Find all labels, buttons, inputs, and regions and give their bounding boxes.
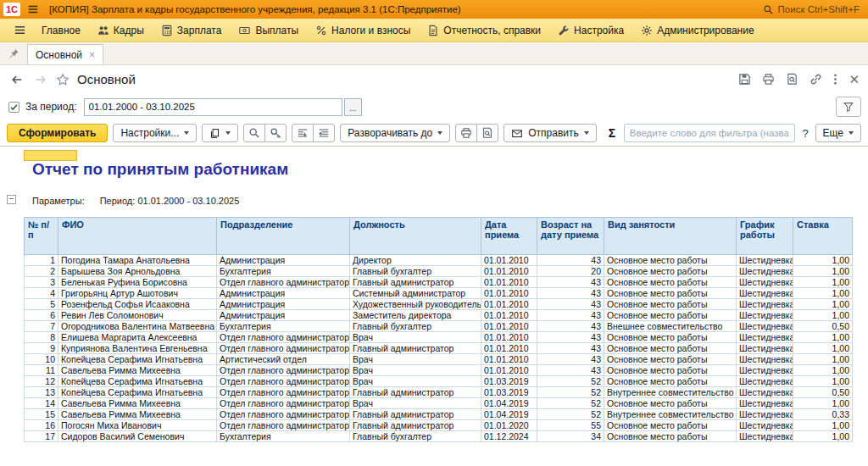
table-cell[interactable]: Отдел главного администратора — [217, 409, 350, 420]
table-cell[interactable]: 01.03.2019 — [481, 376, 537, 387]
table-cell[interactable]: Основное место работы — [604, 365, 737, 376]
table-cell[interactable]: 55 — [537, 420, 604, 431]
table-cell[interactable]: 43 — [537, 365, 604, 376]
sections-menu-icon[interactable] — [7, 24, 33, 36]
table-cell[interactable]: Внутреннее совместительство — [604, 409, 737, 420]
table-row[interactable]: 7Огородникова Валентина МатвеевнаБухгалт… — [25, 321, 853, 332]
table-row[interactable]: 16Погосян Миха ИвановичОтдел главного ад… — [25, 420, 853, 431]
table-cell[interactable]: 43 — [537, 354, 604, 365]
tab-close-icon[interactable]: × — [89, 50, 95, 60]
column-header[interactable]: Ставка — [793, 218, 853, 255]
table-cell[interactable]: 12 — [25, 376, 58, 387]
table-cell[interactable]: 01.01.2010 — [481, 343, 537, 354]
table-cell[interactable]: Артистический отдел — [217, 354, 350, 365]
table-cell[interactable]: 6 — [25, 310, 58, 321]
table-cell[interactable]: Отдел главного администратора — [217, 398, 350, 409]
table-cell[interactable]: Шестидневка — [737, 321, 793, 332]
table-cell[interactable]: 01.01.2010 — [481, 310, 537, 321]
find-button[interactable] — [243, 124, 265, 142]
table-cell[interactable]: Шестидневка — [737, 365, 793, 376]
table-cell[interactable]: Бухгалтерия — [217, 431, 350, 442]
table-cell[interactable]: 01.01.2010 — [481, 332, 537, 343]
table-cell[interactable]: Шестидневка — [737, 277, 793, 288]
table-row[interactable]: 11Савельева Римма МихеевнаОтдел главного… — [25, 365, 853, 376]
tab-osnovnoy[interactable]: Основной × — [27, 44, 103, 64]
table-cell[interactable]: Савельева Римма Михеевна — [58, 365, 217, 376]
find-next-button[interactable] — [264, 124, 287, 142]
period-input[interactable] — [84, 98, 342, 116]
table-cell[interactable]: Главный администратор — [350, 343, 481, 354]
table-cell[interactable]: 43 — [537, 343, 604, 354]
table-cell[interactable]: Основное место работы — [604, 354, 737, 365]
table-cell[interactable]: 1,00 — [793, 288, 853, 299]
table-cell[interactable]: Основное место работы — [604, 376, 737, 387]
table-cell[interactable]: Главный администратор — [350, 420, 481, 431]
table-cell[interactable]: Копейцева Серафима Игнатьевна — [58, 387, 217, 398]
table-cell[interactable]: Главный бухгалтер — [350, 321, 481, 332]
menu-item-settings[interactable]: Настройка — [549, 19, 632, 42]
table-cell[interactable]: 01.01.2010 — [481, 321, 537, 332]
table-row[interactable]: 5Розенфельд Софья ИсааковнаАдминистрация… — [25, 299, 853, 310]
table-cell[interactable]: Основное место работы — [604, 266, 737, 277]
table-cell[interactable]: 52 — [537, 409, 604, 420]
table-cell[interactable]: Основное место работы — [604, 343, 737, 354]
table-cell[interactable]: Отдел главного администратора — [217, 387, 350, 398]
table-cell[interactable]: Художественный руководитель — [350, 299, 481, 310]
table-cell[interactable]: 0,33 — [793, 409, 853, 420]
table-cell[interactable]: Отдел главного администратора — [217, 376, 350, 387]
column-header[interactable]: Вид занятости — [604, 218, 737, 255]
close-icon[interactable]: ✕ — [849, 73, 860, 86]
table-cell[interactable]: Основное место работы — [604, 277, 737, 288]
table-cell[interactable]: 17 — [25, 431, 58, 442]
table-cell[interactable]: Ревин Лев Соломонович — [58, 310, 217, 321]
table-cell[interactable]: 01.12.2024 — [481, 431, 537, 442]
table-cell[interactable]: Основное место работы — [604, 420, 737, 431]
table-row[interactable]: 17Сидоров Василий СеменовичБухгалтерияГл… — [25, 431, 853, 442]
table-cell[interactable]: 43 — [537, 321, 604, 332]
menu-item-salary[interactable]: Зарплата — [153, 19, 231, 42]
table-cell[interactable]: Шестидневка — [737, 376, 793, 387]
table-cell[interactable]: Врач — [350, 398, 481, 409]
back-arrow-icon[interactable] — [10, 74, 24, 86]
table-cell[interactable]: 43 — [537, 332, 604, 343]
column-header[interactable]: № п/п — [25, 218, 58, 255]
table-cell[interactable]: Системный администратор — [350, 288, 481, 299]
table-cell[interactable]: 1,00 — [793, 431, 853, 442]
table-cell[interactable]: 01.04.2019 — [481, 398, 537, 409]
generate-button[interactable]: Сформировать — [7, 124, 108, 142]
table-cell[interactable]: Шестидневка — [737, 266, 793, 277]
table-cell[interactable]: Заместитель директора — [350, 310, 481, 321]
table-row[interactable]: 4Григорьянц Артур АшотовичАдминистрацияС… — [25, 288, 853, 299]
table-row[interactable]: 14Савельева Римма МихеевнаОтдел главного… — [25, 398, 853, 409]
link-icon[interactable] — [810, 73, 822, 86]
print-icon[interactable] — [762, 73, 775, 86]
table-cell[interactable]: Врач — [350, 354, 481, 365]
table-cell[interactable]: 1 — [25, 255, 58, 266]
settings-button[interactable]: Настройки... — [113, 124, 197, 142]
table-cell[interactable]: 3 — [25, 277, 58, 288]
table-cell[interactable]: Розенфельд Софья Исааковна — [58, 299, 217, 310]
table-cell[interactable]: Бухгалтерия — [217, 321, 350, 332]
table-cell[interactable]: 8 — [25, 332, 58, 343]
table-cell[interactable]: Отдел главного администратора — [217, 420, 350, 431]
column-header[interactable]: Возраст на дату приема — [537, 218, 604, 255]
menu-item-hr[interactable]: Кадры — [89, 19, 153, 42]
table-cell[interactable]: Администрация — [217, 310, 350, 321]
table-cell[interactable]: Шестидневка — [737, 299, 793, 310]
table-cell[interactable]: 1,00 — [793, 277, 853, 288]
menu-item-administration[interactable]: Администрирование — [632, 19, 762, 42]
expand-groups-button[interactable] — [313, 124, 335, 142]
group-collapse-button[interactable]: − — [7, 195, 16, 204]
table-cell[interactable]: Врач — [350, 376, 481, 387]
table-cell[interactable]: 52 — [537, 398, 604, 409]
column-header[interactable]: Должность — [350, 218, 481, 255]
table-cell[interactable]: Елишева Маргарита Алексеевна — [58, 332, 217, 343]
column-header[interactable]: Подразделение — [217, 218, 350, 255]
table-cell[interactable]: 11 — [25, 365, 58, 376]
table-cell[interactable]: 01.01.2010 — [481, 255, 537, 266]
table-cell[interactable]: 01.01.2010 — [481, 365, 537, 376]
forward-arrow-icon[interactable] — [34, 74, 47, 86]
column-header[interactable]: Дата приема — [481, 218, 537, 255]
table-cell[interactable]: 9 — [25, 343, 58, 354]
table-cell[interactable]: Главный бухгалтер — [350, 431, 481, 442]
